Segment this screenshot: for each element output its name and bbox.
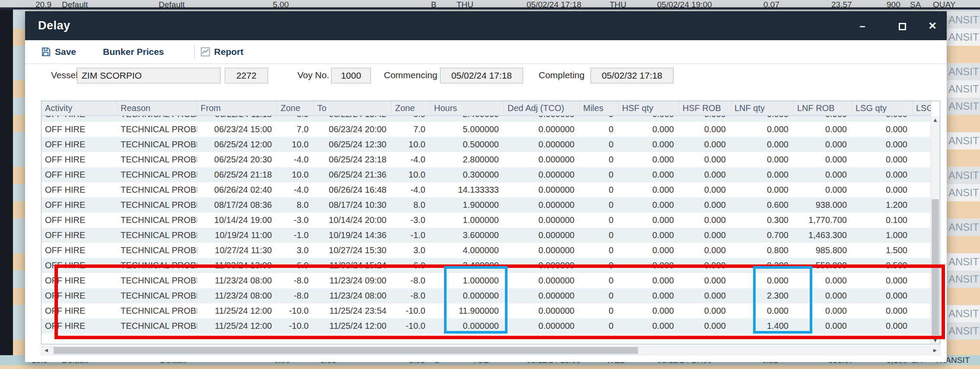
delay-table-row[interactable]: OFF HIRETECHNICAL PROBLEMS11/03/24 13:00… — [41, 258, 931, 273]
cell-miles: 0 — [580, 137, 619, 152]
cell-miles: 0 — [580, 182, 619, 197]
cell-lsg-rob — [913, 137, 931, 152]
cell-hours: 0.000000 — [431, 288, 504, 303]
cell-lnf-rob: 550.800 — [794, 258, 852, 273]
scroll-right-arrow-icon[interactable]: ► — [930, 346, 940, 355]
cell-lsg-qty: 0.000 — [852, 116, 913, 122]
delay-table-row[interactable]: OFF HIRETECHNICAL PROBLEMS11/25/24 12:00… — [41, 318, 931, 334]
delay-table-row[interactable]: OFF HIRETECHNICAL PROBLEMS06/25/24 12:00… — [41, 137, 931, 152]
background-bottom-tan-row — [0, 365, 980, 369]
cell-to: 10/19/24 14:36 — [314, 228, 392, 243]
delay-table-row[interactable]: OFF HIRETECHNICAL PROBLEMS06/23/24 15:00… — [41, 122, 931, 137]
column-header-ded-adj-tco[interactable]: Ded Adj (TCO) — [504, 101, 580, 116]
cell-activity: OFF HIRE — [41, 182, 117, 197]
cell-lsg-qty: 0.500 — [852, 258, 913, 273]
delay-table-row[interactable]: OFF HIRETECHNICAL PROBLEMS06/25/24 20:30… — [41, 152, 931, 167]
voy-no-input[interactable] — [331, 68, 371, 83]
background-transit-label: ANSIT — [947, 98, 980, 115]
column-header-zone-to[interactable]: Zone — [392, 101, 431, 116]
column-header-lnf-qty[interactable]: LNF qty — [731, 101, 794, 116]
delay-table-row[interactable]: OFF HIRETECHNICAL PROBLEMS06/25/24 21:18… — [41, 167, 931, 182]
column-header-zone-from[interactable]: Zone — [277, 101, 314, 116]
cell-hours: 1.000000 — [431, 273, 504, 288]
cell-lnf-qty: 0.000 — [731, 273, 794, 288]
cell-hours: 2.800000 — [431, 152, 504, 167]
dialog-titlebar[interactable]: Delay – ✕ — [25, 11, 947, 40]
cell-zone-to: -8.0 — [392, 273, 431, 288]
voy-no-label: Voy No. — [297, 67, 329, 83]
delay-table-row[interactable]: OFF HIRETECHNICAL PROBLEMS10/27/24 11:30… — [41, 243, 931, 258]
cell-to: 06/26/24 16:48 — [314, 182, 392, 197]
cell-from: 10/14/24 19:00 — [197, 213, 277, 228]
minimize-button[interactable]: – — [855, 11, 870, 40]
vertical-scrollbar[interactable]: ▲ ▼ — [930, 116, 940, 344]
delay-table-row[interactable]: OFF HIRETECHNICAL PROBLEMS11/25/24 12:00… — [41, 303, 931, 318]
background-cell-text: 05/02/24 19:00 — [657, 0, 712, 10]
delay-table-row[interactable]: OFF HIRETECHNICAL PROBLEMS11/23/24 08:00… — [41, 288, 931, 303]
cell-miles: 0 — [580, 258, 619, 273]
cell-activity: OFF HIRE — [41, 288, 117, 303]
cell-ded-adj-tco: 0.000000 — [504, 116, 580, 122]
delay-table-row[interactable]: OFF HIRETECHNICAL PROBLEMS10/14/24 19:00… — [41, 213, 931, 228]
delay-table-row[interactable]: OFF HIRETECHNICAL PROBLEMS06/22/24 11:18… — [41, 116, 931, 122]
cell-to: 11/25/24 23:54 — [314, 303, 392, 318]
cell-activity: OFF HIRE — [41, 213, 117, 228]
cell-hsf-qty: 0.000 — [619, 318, 679, 334]
delay-table-row[interactable]: OFF HIRETECHNICAL PROBLEMS06/26/24 02:40… — [41, 182, 931, 197]
background-strip-cell — [13, 11, 26, 29]
vertical-scrollbar-thumb[interactable] — [932, 199, 939, 335]
completing-input[interactable] — [591, 68, 674, 83]
column-header-hours[interactable]: Hours — [431, 101, 504, 116]
vessel-code-input[interactable] — [225, 68, 268, 83]
cell-activity: OFF HIRE — [41, 303, 117, 318]
report-button[interactable]: Report — [201, 47, 243, 57]
background-strip-cell — [13, 46, 26, 63]
column-header-reason[interactable]: Reason — [117, 101, 197, 116]
background-transit-label: ANSIT — [947, 305, 980, 322]
scroll-up-arrow-icon[interactable]: ▲ — [931, 117, 940, 123]
column-header-lnf-rob[interactable]: LNF ROB — [794, 101, 852, 116]
vessel-input[interactable] — [77, 68, 220, 83]
cell-lsg-qty: 0.000 — [852, 303, 913, 318]
background-strip-cell — [13, 201, 26, 219]
horizontal-scrollbar-thumb[interactable] — [54, 347, 638, 354]
column-header-to[interactable]: To — [314, 101, 392, 116]
column-header-lsg-qty[interactable]: LSG qty — [852, 101, 913, 116]
horizontal-scrollbar[interactable]: ◄ ► — [41, 346, 940, 355]
column-header-lsg-rob[interactable]: LSG ROB — [913, 101, 931, 116]
cell-miles: 0 — [580, 243, 619, 258]
delay-table-row[interactable]: OFF HIRETECHNICAL PROBLEMS10/19/24 11:00… — [41, 228, 931, 243]
cell-lsg-qty: 0.000 — [852, 122, 913, 137]
cell-hsf-qty: 0.000 — [619, 152, 679, 167]
column-header-from[interactable]: From — [197, 101, 277, 116]
cell-to: 11/23/24 08:00 — [314, 288, 392, 303]
commencing-input[interactable] — [440, 68, 523, 83]
cell-reason: TECHNICAL PROBLEMS — [117, 243, 197, 258]
cell-lsg-qty: 0.000 — [852, 152, 913, 167]
scroll-down-arrow-icon[interactable]: ▼ — [931, 337, 940, 344]
column-header-hsf-rob[interactable]: HSF ROB — [679, 101, 731, 116]
cell-reason: TECHNICAL PROBLEMS — [117, 167, 197, 182]
maximize-button[interactable] — [895, 11, 910, 40]
cell-lsg-qty: 0.000 — [852, 167, 913, 182]
bunker-prices-button[interactable]: Bunker Prices — [103, 47, 164, 57]
scroll-left-arrow-icon[interactable]: ◄ — [41, 346, 51, 355]
cell-zone-to: -4.0 — [392, 182, 431, 197]
cell-hours: 1.000000 — [431, 213, 504, 228]
cell-lsg-rob — [913, 243, 931, 258]
cell-reason: TECHNICAL PROBLEMS — [117, 288, 197, 303]
save-button[interactable]: Save — [41, 47, 76, 57]
delay-table-row[interactable]: OFF HIRETECHNICAL PROBLEMS08/17/24 08:36… — [41, 197, 931, 213]
cell-miles: 0 — [580, 303, 619, 318]
delay-table-row[interactable]: OFF HIRETECHNICAL PROBLEMS11/23/24 08:00… — [41, 273, 931, 288]
close-button[interactable]: ✕ — [925, 11, 940, 40]
toolbar-divider — [194, 45, 195, 59]
cell-lsg-rob — [913, 228, 931, 243]
cell-ded-adj-tco: 0.000000 — [504, 152, 580, 167]
dialog-toolbar: Save Bunker Prices Report — [25, 40, 947, 64]
column-header-hsf-qty[interactable]: HSF qty — [619, 101, 679, 116]
cell-to: 11/25/24 12:00 — [314, 318, 392, 334]
column-header-activity[interactable]: Activity — [41, 101, 117, 116]
column-header-miles[interactable]: Miles — [580, 101, 619, 116]
cell-hours: 3.600000 — [431, 228, 504, 243]
